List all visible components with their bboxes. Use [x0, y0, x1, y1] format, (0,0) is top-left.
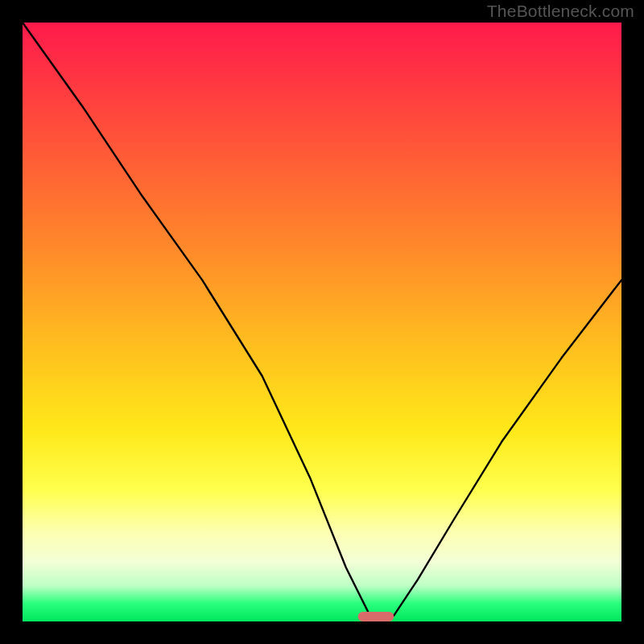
- chart-overlay: [23, 23, 621, 621]
- optimal-marker: [358, 612, 394, 621]
- bottleneck-curve: [23, 23, 621, 621]
- chart-frame: TheBottleneck.com: [0, 0, 644, 644]
- plot-area: [23, 23, 621, 621]
- attribution-label: TheBottleneck.com: [487, 2, 634, 21]
